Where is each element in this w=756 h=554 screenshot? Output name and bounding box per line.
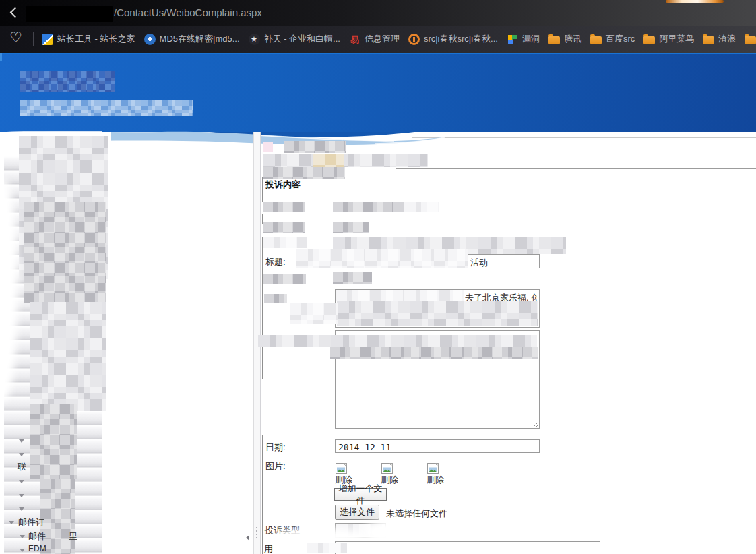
form-border-line: [262, 177, 263, 202]
redaction-block: [404, 202, 439, 212]
redaction-block: [30, 302, 106, 411]
tree-item-mail-suffix[interactable]: 里: [69, 530, 77, 543]
redaction-block: [336, 290, 464, 301]
redaction-block: [330, 347, 538, 359]
redaction-block: [263, 237, 307, 248]
browser-title-bar: /ContactUs/WeiboComplain.aspx: [0, 0, 756, 26]
bookmark-label: src|i春秋src|i春秋...: [424, 33, 498, 45]
title-value-fragment: 活动: [470, 257, 488, 269]
section-title: 投诉内容: [265, 179, 301, 191]
redaction-block: [333, 222, 369, 233]
form-border-line: [262, 435, 263, 554]
bookmark-label: 漏洞: [522, 33, 540, 45]
redaction-block: [263, 274, 306, 284]
folder-icon: [590, 36, 602, 44]
bookmark-label: 百度src: [606, 33, 635, 45]
redaction-block: [30, 404, 77, 479]
bookmark-item[interactable]: MD5在线解密|md5...: [144, 33, 240, 45]
tree-expander-icon[interactable]: [19, 494, 24, 497]
bookmark-item[interactable]: 阿里菜鸟: [643, 33, 694, 45]
header-notch: [0, 53, 2, 61]
tree-item-mail-subscription[interactable]: 邮件订: [18, 516, 44, 528]
redaction-block: [313, 154, 344, 167]
date-label: 日期:: [265, 441, 286, 454]
images-label: 图片:: [265, 460, 286, 472]
bottom-field-label-fragment: 用: [264, 543, 273, 554]
bookmark-label: MD5在线解密|md5...: [160, 33, 240, 45]
tree-item-edm[interactable]: EDM: [28, 544, 46, 553]
tree-expander-icon[interactable]: [9, 521, 14, 524]
bookmark-item[interactable]: [745, 34, 756, 44]
tree-expander-icon[interactable]: [20, 535, 25, 538]
redaction-block: [40, 479, 75, 554]
back-icon[interactable]: [10, 7, 21, 18]
redaction-block: [307, 543, 347, 553]
redaction-block: [337, 301, 538, 326]
redaction-block: [263, 222, 305, 233]
tree-expander-icon[interactable]: [19, 453, 24, 456]
sidebar-tree: 联 邮件订 邮件 里 EDM: [0, 132, 111, 554]
add-file-button[interactable]: 增加一个文件: [334, 488, 387, 501]
address-url[interactable]: /ContactUs/WeiboComplain.aspx: [114, 7, 262, 18]
choose-file-button[interactable]: 选择文件: [335, 505, 379, 520]
redaction-block: [263, 167, 345, 179]
url-redaction-block: [26, 6, 113, 22]
md5-icon: [144, 34, 156, 45]
bottom-input[interactable]: [335, 541, 600, 554]
grid-icon: [508, 35, 517, 44]
tree-item-contact[interactable]: 联: [18, 461, 26, 473]
redaction-block: [264, 294, 287, 303]
redaction-block: [263, 142, 273, 152]
bookmarks-list: 站长工具 - 站长之家MD5在线解密|md5...★补天 - 企业和白帽...易…: [0, 26, 756, 53]
section-underline: [446, 197, 679, 197]
broken-image-icon: [381, 462, 394, 475]
bookmark-label: 渣浪: [718, 33, 736, 45]
redaction-block: [263, 202, 305, 212]
folder-icon: [703, 36, 714, 44]
folder-icon: [745, 36, 756, 44]
no-file-selected-text: 未选择任何文件: [386, 507, 447, 520]
bookmark-label: 补天 - 企业和白帽...: [264, 33, 340, 45]
textarea-resize-handle[interactable]: [532, 421, 538, 427]
tab-highlight-glow: [666, 0, 724, 3]
browser-window: /ContactUs/WeiboComplain.aspx ♡ 站长工具 - 站…: [0, 0, 756, 554]
splitter-grip[interactable]: [256, 527, 257, 538]
splitter-collapse-icon[interactable]: [246, 535, 249, 541]
redaction-block: [258, 335, 537, 347]
tree-expander-icon[interactable]: [19, 507, 24, 511]
section-underline: [414, 197, 438, 197]
folder-icon: [643, 36, 655, 44]
bookmark-item[interactable]: 漏洞: [507, 33, 540, 45]
bookmark-item[interactable]: src|i春秋src|i春秋...: [408, 33, 498, 45]
bookmark-item[interactable]: 易信息管理: [349, 33, 400, 45]
broken-image-icon: [427, 462, 440, 475]
tree-expander-icon[interactable]: [19, 480, 24, 483]
bookmark-label: 腾讯: [564, 33, 581, 45]
tree-expander-icon[interactable]: [20, 549, 25, 552]
date-value: 2014-12-11: [338, 442, 391, 452]
date-input[interactable]: 2014-12-11: [335, 439, 540, 453]
redaction-block: [290, 303, 338, 324]
tagline-redaction: [20, 100, 193, 116]
chinaz-icon: [42, 34, 53, 45]
bookmark-item[interactable]: 站长工具 - 站长之家: [42, 33, 135, 45]
bookmark-item[interactable]: 腾讯: [548, 33, 581, 45]
folder-icon: [548, 36, 560, 44]
bookmark-item[interactable]: ★补天 - 企业和白帽...: [249, 33, 340, 45]
tree-item-mail[interactable]: 邮件: [28, 530, 46, 543]
rule-line: [393, 158, 756, 158]
bookmark-label: 站长工具 - 站长之家: [57, 33, 135, 45]
bookmark-item[interactable]: 渣浪: [703, 33, 736, 45]
bookmark-label: 信息管理: [365, 33, 400, 45]
ichunqiu-icon: [408, 34, 420, 45]
netease-icon: 易: [349, 34, 360, 45]
bookmarks-bar: ♡ 站长工具 - 站长之家MD5在线解密|md5...★补天 - 企业和白帽..…: [0, 26, 756, 53]
delete-image-link[interactable]: 删除: [427, 474, 444, 486]
logo-redaction: [20, 71, 115, 92]
redaction-block: [296, 249, 468, 268]
bookmark-item[interactable]: 百度src: [590, 33, 635, 45]
broken-image-icon: [335, 462, 348, 475]
bookmark-label: 阿里菜鸟: [659, 33, 694, 45]
site-header-banner: [0, 53, 756, 132]
tree-expander-icon[interactable]: [19, 439, 24, 443]
